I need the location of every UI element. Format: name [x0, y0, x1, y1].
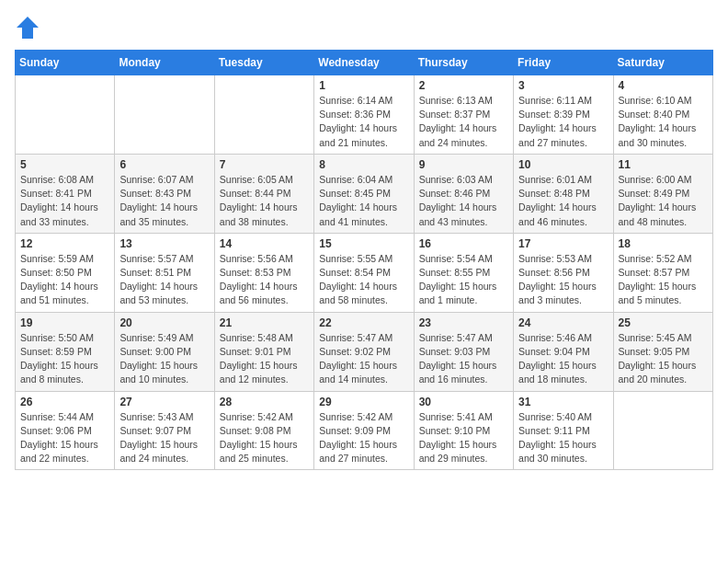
- week-row-1: 1Sunrise: 6:14 AM Sunset: 8:36 PM Daylig…: [16, 75, 713, 155]
- day-number: 5: [20, 158, 109, 171]
- day-info: Sunrise: 5:45 AM Sunset: 9:05 PM Dayligh…: [619, 331, 708, 387]
- calendar-cell: 9Sunrise: 6:03 AM Sunset: 8:46 PM Daylig…: [414, 154, 513, 233]
- calendar-cell: [115, 75, 214, 155]
- day-info: Sunrise: 6:13 AM Sunset: 8:37 PM Dayligh…: [419, 94, 508, 150]
- day-info: Sunrise: 5:44 AM Sunset: 9:06 PM Dayligh…: [20, 410, 109, 466]
- day-number: 15: [319, 237, 408, 250]
- day-info: Sunrise: 5:46 AM Sunset: 9:04 PM Dayligh…: [518, 331, 608, 387]
- day-info: Sunrise: 6:07 AM Sunset: 8:43 PM Dayligh…: [119, 173, 209, 229]
- day-number: 23: [419, 316, 508, 329]
- header-day-tuesday: Tuesday: [214, 51, 313, 75]
- day-number: 8: [319, 158, 408, 171]
- calendar-cell: 22Sunrise: 5:47 AM Sunset: 9:02 PM Dayli…: [314, 312, 414, 391]
- header-row: SundayMondayTuesdayWednesdayThursdayFrid…: [16, 51, 713, 75]
- day-info: Sunrise: 6:14 AM Sunset: 8:36 PM Dayligh…: [319, 94, 408, 150]
- calendar-body: 1Sunrise: 6:14 AM Sunset: 8:36 PM Daylig…: [16, 75, 713, 470]
- calendar-cell: 18Sunrise: 5:52 AM Sunset: 8:57 PM Dayli…: [613, 233, 712, 312]
- day-info: Sunrise: 5:43 AM Sunset: 9:07 PM Dayligh…: [119, 410, 209, 466]
- logo-icon: [15, 15, 40, 40]
- calendar-cell: 26Sunrise: 5:44 AM Sunset: 9:06 PM Dayli…: [16, 391, 115, 470]
- week-row-2: 5Sunrise: 6:08 AM Sunset: 8:41 PM Daylig…: [16, 154, 713, 233]
- week-row-5: 26Sunrise: 5:44 AM Sunset: 9:06 PM Dayli…: [16, 391, 713, 470]
- header-day-wednesday: Wednesday: [314, 51, 414, 75]
- day-info: Sunrise: 6:08 AM Sunset: 8:41 PM Dayligh…: [20, 173, 109, 229]
- calendar-cell: 1Sunrise: 6:14 AM Sunset: 8:36 PM Daylig…: [314, 75, 414, 155]
- calendar-cell: 28Sunrise: 5:42 AM Sunset: 9:08 PM Dayli…: [214, 391, 313, 470]
- calendar-table: SundayMondayTuesdayWednesdayThursdayFrid…: [15, 50, 713, 470]
- calendar-cell: 20Sunrise: 5:49 AM Sunset: 9:00 PM Dayli…: [115, 312, 214, 391]
- day-info: Sunrise: 5:59 AM Sunset: 8:50 PM Dayligh…: [20, 252, 109, 308]
- calendar-cell: 13Sunrise: 5:57 AM Sunset: 8:51 PM Dayli…: [115, 233, 214, 312]
- day-number: 6: [119, 158, 209, 171]
- day-info: Sunrise: 5:55 AM Sunset: 8:54 PM Dayligh…: [319, 252, 408, 308]
- calendar-cell: 6Sunrise: 6:07 AM Sunset: 8:43 PM Daylig…: [115, 154, 214, 233]
- header-day-saturday: Saturday: [613, 51, 712, 75]
- day-info: Sunrise: 6:00 AM Sunset: 8:49 PM Dayligh…: [619, 173, 708, 229]
- day-number: 4: [619, 79, 708, 92]
- header-day-sunday: Sunday: [16, 51, 115, 75]
- calendar-cell: 10Sunrise: 6:01 AM Sunset: 8:48 PM Dayli…: [514, 154, 613, 233]
- day-number: 27: [119, 396, 209, 408]
- calendar-cell: 14Sunrise: 5:56 AM Sunset: 8:53 PM Dayli…: [214, 233, 313, 312]
- day-number: 19: [20, 316, 109, 329]
- day-number: 18: [619, 237, 708, 250]
- day-info: Sunrise: 5:53 AM Sunset: 8:56 PM Dayligh…: [518, 252, 608, 308]
- day-number: 13: [119, 237, 209, 250]
- week-row-4: 19Sunrise: 5:50 AM Sunset: 8:59 PM Dayli…: [16, 312, 713, 391]
- day-info: Sunrise: 6:01 AM Sunset: 8:48 PM Dayligh…: [518, 173, 608, 229]
- header-day-thursday: Thursday: [414, 51, 513, 75]
- day-number: 17: [518, 237, 608, 250]
- day-number: 1: [319, 79, 408, 92]
- day-number: 25: [619, 316, 708, 329]
- day-number: 31: [518, 396, 608, 408]
- calendar-cell: 8Sunrise: 6:04 AM Sunset: 8:45 PM Daylig…: [314, 154, 414, 233]
- calendar-cell: [613, 391, 712, 470]
- calendar-cell: [16, 75, 115, 155]
- day-info: Sunrise: 5:47 AM Sunset: 9:02 PM Dayligh…: [319, 331, 408, 387]
- calendar-cell: 17Sunrise: 5:53 AM Sunset: 8:56 PM Dayli…: [514, 233, 613, 312]
- day-info: Sunrise: 5:54 AM Sunset: 8:55 PM Dayligh…: [419, 252, 508, 308]
- day-info: Sunrise: 5:49 AM Sunset: 9:00 PM Dayligh…: [119, 331, 209, 387]
- calendar-cell: 30Sunrise: 5:41 AM Sunset: 9:10 PM Dayli…: [414, 391, 513, 470]
- calendar-cell: 27Sunrise: 5:43 AM Sunset: 9:07 PM Dayli…: [115, 391, 214, 470]
- day-number: 7: [220, 158, 309, 171]
- day-info: Sunrise: 6:04 AM Sunset: 8:45 PM Dayligh…: [319, 173, 408, 229]
- logo: [15, 15, 44, 40]
- day-info: Sunrise: 6:05 AM Sunset: 8:44 PM Dayligh…: [220, 173, 309, 229]
- day-info: Sunrise: 5:48 AM Sunset: 9:01 PM Dayligh…: [220, 331, 309, 387]
- day-number: 12: [20, 237, 109, 250]
- day-number: 30: [419, 396, 508, 408]
- day-info: Sunrise: 5:42 AM Sunset: 9:08 PM Dayligh…: [220, 410, 309, 466]
- header-day-monday: Monday: [115, 51, 214, 75]
- day-number: 28: [220, 396, 309, 408]
- day-number: 9: [419, 158, 508, 171]
- day-number: 2: [419, 79, 508, 92]
- calendar-cell: 21Sunrise: 5:48 AM Sunset: 9:01 PM Dayli…: [214, 312, 313, 391]
- svg-marker-0: [17, 17, 39, 39]
- calendar-cell: 25Sunrise: 5:45 AM Sunset: 9:05 PM Dayli…: [613, 312, 712, 391]
- day-number: 16: [419, 237, 508, 250]
- calendar-cell: 2Sunrise: 6:13 AM Sunset: 8:37 PM Daylig…: [414, 75, 513, 155]
- calendar-cell: 4Sunrise: 6:10 AM Sunset: 8:40 PM Daylig…: [613, 75, 712, 155]
- day-number: 24: [518, 316, 608, 329]
- day-number: 20: [119, 316, 209, 329]
- day-info: Sunrise: 5:50 AM Sunset: 8:59 PM Dayligh…: [20, 331, 109, 387]
- day-number: 14: [220, 237, 309, 250]
- day-info: Sunrise: 6:11 AM Sunset: 8:39 PM Dayligh…: [518, 94, 608, 150]
- day-number: 29: [319, 396, 408, 408]
- calendar-cell: 31Sunrise: 5:40 AM Sunset: 9:11 PM Dayli…: [514, 391, 613, 470]
- day-info: Sunrise: 5:41 AM Sunset: 9:10 PM Dayligh…: [419, 410, 508, 466]
- day-info: Sunrise: 5:56 AM Sunset: 8:53 PM Dayligh…: [220, 252, 309, 308]
- calendar-cell: 5Sunrise: 6:08 AM Sunset: 8:41 PM Daylig…: [16, 154, 115, 233]
- calendar-cell: 12Sunrise: 5:59 AM Sunset: 8:50 PM Dayli…: [16, 233, 115, 312]
- calendar-cell: 11Sunrise: 6:00 AM Sunset: 8:49 PM Dayli…: [613, 154, 712, 233]
- week-row-3: 12Sunrise: 5:59 AM Sunset: 8:50 PM Dayli…: [16, 233, 713, 312]
- day-number: 11: [619, 158, 708, 171]
- calendar-cell: 19Sunrise: 5:50 AM Sunset: 8:59 PM Dayli…: [16, 312, 115, 391]
- day-info: Sunrise: 5:57 AM Sunset: 8:51 PM Dayligh…: [119, 252, 209, 308]
- day-number: 26: [20, 396, 109, 408]
- day-info: Sunrise: 6:03 AM Sunset: 8:46 PM Dayligh…: [419, 173, 508, 229]
- day-info: Sunrise: 5:52 AM Sunset: 8:57 PM Dayligh…: [619, 252, 708, 308]
- calendar-cell: 3Sunrise: 6:11 AM Sunset: 8:39 PM Daylig…: [514, 75, 613, 155]
- day-info: Sunrise: 5:40 AM Sunset: 9:11 PM Dayligh…: [518, 410, 608, 466]
